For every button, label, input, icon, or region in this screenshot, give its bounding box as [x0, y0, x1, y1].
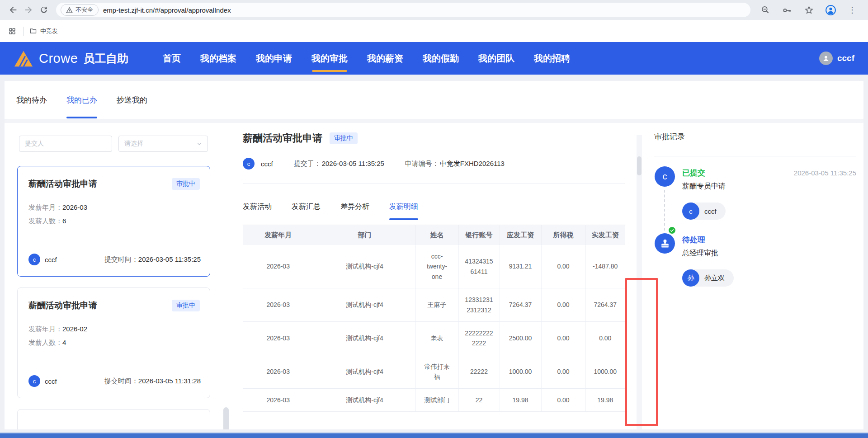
approver-chip[interactable]: c cccf: [682, 203, 726, 220]
status-select[interactable]: 请选择: [118, 136, 208, 152]
cell-income-tax: 0.00: [541, 288, 585, 322]
address-bar[interactable]: 不安全 emp-test.zjf-it.cn/#/approval/approv…: [56, 3, 750, 17]
left-scrollbar-thumb[interactable]: [223, 407, 229, 429]
detail-title: 薪酬活动审批申请: [243, 132, 322, 145]
password-key-icon[interactable]: [779, 2, 795, 18]
detail-tab[interactable]: 发薪活动: [243, 193, 272, 220]
detail-divider: [243, 183, 625, 184]
reload-icon[interactable]: [36, 2, 52, 18]
table-row: 2026-03 测试机构-cjf4 老表 222222222222 2500.0…: [243, 321, 625, 355]
nav-item[interactable]: 我的薪资: [367, 42, 403, 75]
navbar-user[interactable]: cccf: [819, 52, 854, 65]
nav-item[interactable]: 我的团队: [478, 42, 514, 75]
approver-chip[interactable]: 孙 孙立双: [682, 269, 734, 287]
submitted-at-label: 提交于：: [294, 160, 321, 168]
cell-income-tax: 0.00: [541, 388, 585, 411]
cell-gross-pay: 19.98: [500, 388, 541, 411]
cell-gross-pay: 7264.37: [500, 288, 541, 322]
table-header-cell: 实发工资: [585, 225, 625, 245]
security-chip[interactable]: 不安全: [61, 4, 99, 16]
submitter-placeholder: 提交人: [25, 140, 44, 148]
submitter-input[interactable]: 提交人: [19, 136, 112, 152]
cell-gross-pay: 9131.21: [500, 245, 541, 288]
card-title: 薪酬活动审批申请: [28, 178, 97, 190]
approval-tabs: 我的待办 我的已办 抄送我的: [16, 81, 147, 119]
cell-pay-month: 2026-03: [243, 388, 314, 411]
cell-name: 常伟打来福: [415, 355, 458, 388]
cell-pay-month: 2026-03: [243, 321, 314, 355]
submit-time-label: 提交时间：: [104, 377, 138, 385]
cell-department: 测试机构-cjf4: [314, 388, 415, 411]
avatar: c: [28, 254, 40, 265]
bookmark-star-icon[interactable]: [801, 2, 816, 18]
security-label: 不安全: [75, 6, 93, 14]
submit-time: 2026-03-05 11:31:28: [138, 377, 201, 385]
timeline-step-pending: 待处理 总经理审批 孙 孙立双: [655, 233, 856, 300]
approval-record-title: 审批记录: [654, 132, 685, 142]
detail-info-row: c cccf 提交于：2026-03-05 11:35:25 申请编号：中竞发F…: [243, 157, 505, 170]
apps-grid-icon[interactable]: [6, 25, 18, 37]
forward-icon[interactable]: [21, 2, 36, 18]
tab[interactable]: 抄送我的: [117, 81, 147, 119]
red-annotation-rectangle: [625, 278, 658, 426]
cell-name: 测试部门: [415, 388, 458, 411]
approver-name: cccf: [704, 207, 717, 215]
avatar: 孙: [682, 269, 699, 287]
profile-icon[interactable]: [823, 2, 838, 18]
table-header-cell: 应发工资: [500, 225, 541, 245]
tab[interactable]: 我的已办: [66, 81, 97, 119]
step-status: 已提交: [682, 168, 705, 178]
back-icon[interactable]: [5, 2, 21, 18]
avatar: c: [28, 375, 40, 387]
cell-gross-pay: 2500.00: [500, 321, 541, 355]
zoom-out-icon[interactable]: [758, 2, 773, 18]
cell-department: 测试机构-cjf4: [314, 321, 415, 355]
cell-department: 测试机构-cjf4: [314, 245, 415, 288]
nav-item[interactable]: 首页: [163, 42, 181, 75]
table-header-cell: 部门: [314, 225, 415, 245]
bookmark-folder[interactable]: 中竞发: [29, 27, 58, 35]
brand-name: Crowe: [39, 51, 78, 66]
approval-card[interactable]: 薪酬活动审批申请 审批中 发薪年月：2026-03 发薪人数：6 c cccf …: [17, 166, 210, 277]
folder-icon: [29, 27, 37, 35]
detail-status-badge: 审批中: [330, 132, 358, 144]
middle-scrollbar-thumb[interactable]: [637, 156, 642, 175]
avatar: c: [682, 203, 699, 220]
status-badge: 审批中: [172, 300, 200, 311]
cell-name: 王麻子: [415, 288, 458, 322]
tab[interactable]: 我的待办: [16, 81, 47, 119]
detail-tab[interactable]: 发薪明细: [389, 193, 418, 220]
cell-bank-account: 22222: [458, 355, 500, 388]
cell-name: ccc-twenty-one: [415, 245, 458, 288]
nav-item[interactable]: 我的招聘: [534, 42, 570, 75]
url-text: emp-test.zjf-it.cn/#/approval/approvalIn…: [103, 6, 231, 14]
bookmark-folder-label: 中竞发: [40, 27, 58, 35]
cell-income-tax: 0.00: [541, 355, 585, 388]
app-navbar: Crowe 员工自助 首页 我的档案 我的申请 我的审批 我的薪资 我的假勤 我…: [0, 42, 868, 75]
table-row: 2026-03 测试机构-cjf4 王麻子 123312312312312 72…: [243, 288, 625, 322]
cell-gross-pay: 1000.00: [500, 355, 541, 388]
nav-item[interactable]: 我的假勤: [423, 42, 459, 75]
table-header-cell: 姓名: [415, 225, 458, 245]
nav-item[interactable]: 我的审批: [311, 42, 348, 75]
nav-item[interactable]: 我的档案: [200, 42, 236, 75]
detail-tab[interactable]: 差异分析: [340, 193, 369, 220]
approval-card-partial[interactable]: [17, 409, 210, 429]
cell-net-pay: -1487.80: [585, 245, 625, 288]
user-avatar-icon: [819, 52, 833, 65]
request-no: 中竞发FXHD2026113: [440, 160, 505, 168]
browser-menu-icon[interactable]: ⋮: [844, 2, 860, 18]
field-label: 发薪年月：: [28, 325, 62, 333]
approval-timeline: c 已提交 2026-03-05 11:35:25 薪酬专员申请 c cccf: [655, 166, 856, 300]
table-header-cell: 银行账号: [458, 225, 500, 245]
cell-income-tax: 0.00: [541, 321, 585, 355]
bottom-window-edge: [0, 433, 868, 438]
cell-net-pay: 19.98: [585, 388, 625, 411]
nav-menu: 首页 我的档案 我的申请 我的审批 我的薪资 我的假勤 我的团队 我的招聘: [163, 42, 570, 75]
approval-card[interactable]: 薪酬活动审批申请 审批中 发薪年月：2026-02 发薪人数：4 c cccf …: [17, 287, 210, 398]
detail-tab[interactable]: 发薪汇总: [292, 193, 321, 220]
cell-income-tax: 0.00: [541, 245, 585, 288]
field-label: 发薪年月：: [28, 203, 62, 211]
nav-item[interactable]: 我的申请: [256, 42, 292, 75]
select-placeholder: 请选择: [124, 140, 143, 148]
